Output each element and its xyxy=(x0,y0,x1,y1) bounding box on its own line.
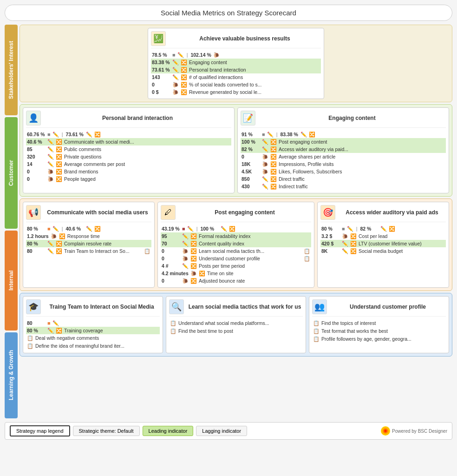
strategy-legend-tab[interactable]: Strategy map legend xyxy=(10,425,70,436)
stakeholder-layer: 💹 Achieve valuable business results 78.5… xyxy=(20,25,452,102)
card-header: 💹 Achieve valuable business results xyxy=(151,31,321,48)
bottom-bar: Strategy map legend Strategic theme: Def… xyxy=(5,422,452,440)
stakeholder-label: Stakeholders' Interest xyxy=(5,25,18,115)
logo-area: Powered by BSC Designer xyxy=(381,426,447,436)
metric-row: 14 ✏️ 🔀 Average comments per post xyxy=(26,160,231,168)
metric-row: 60.76 % ■ ✏️ | 73.61 % ✏️ 🔀 xyxy=(26,131,231,138)
metric-row: 143 ✏️ 🔀 # of qualified interactions xyxy=(151,73,321,81)
metric-row: 80 ✏️ 🔀 Train Team to Interact on So... … xyxy=(26,247,151,255)
learning-center-card: 🔍 Learn social media tactics that work f… xyxy=(166,296,306,353)
learning-label: Learning & Growth xyxy=(5,332,18,418)
metric-row: 1.2 hours 🐌 🔀 Response time xyxy=(26,232,151,240)
metric-row: 320 ✏️ 🔀 Private questions xyxy=(26,153,231,160)
metric-row: 80 % ✏️ 🔀 Training coverage xyxy=(26,327,160,334)
metric-row: 8K ✏️ 🔀 Social media budget xyxy=(320,247,446,255)
customer-label: Customer xyxy=(5,117,18,229)
learning-right-card: 👥 Understand customer profile 📋 Find the… xyxy=(309,296,449,353)
metric-row: 420 $ ✏️ 🔀 LTV (customer lifetime value) xyxy=(320,240,446,247)
list-item: 📋 Test format that works the best xyxy=(312,327,446,335)
learning-cards: 🎓 Traing Team to Interact on Social Medi… xyxy=(23,296,449,353)
list-item: 📋 Understand what social media platforms… xyxy=(169,319,303,327)
perspective-labels: Stakeholders' Interest Customer Internal… xyxy=(5,25,18,418)
card-header: 📝 Engaging content xyxy=(241,111,446,128)
card-icon: 🔍 xyxy=(169,299,184,314)
metric-row: 95 ✏️ 🔀 Formal readability index xyxy=(161,232,311,240)
list-item: 📋 Deal with negative comments xyxy=(26,334,160,342)
metric-row: 4.2 minutes 🐌 🔀 Time on site xyxy=(161,270,311,277)
card-icon: 🎯 xyxy=(320,205,335,220)
customer-right-card: 📝 Engaging content 91 % ■ ✏️ | 83.38 % ✏… xyxy=(237,107,449,193)
metric-row: 850 ✏️ 🔀 Direct traffic xyxy=(241,175,446,183)
metric-row: 100 % ✏️ 🔀 Post engaging content xyxy=(241,138,446,145)
metric-row: 0 🐌 🔀 Understand customer profile 📋 xyxy=(161,255,311,262)
card-title: Learn social media tactics that work for… xyxy=(187,304,303,310)
card-header: 🎓 Traing Team to Interact on Social Medi… xyxy=(26,299,160,317)
metric-row: 4.5K 🐌 🔀 Likes, Followers, Subscribers xyxy=(241,168,446,175)
metric-row: 430 ✏️ 🔀 Indirect traffic xyxy=(241,183,446,190)
learning-left-card: 🎓 Traing Team to Interact on Social Medi… xyxy=(23,296,163,353)
card-title: Personal brand interaction xyxy=(44,115,231,121)
metric-row: 80 ■ ✏️ xyxy=(26,319,160,327)
metric-row: 80 % ■ ✏️ | 40.6 % ✏️ 🔀 xyxy=(26,225,151,232)
internal-layer: 📢 Communicate with social media users 80… xyxy=(20,198,452,291)
metric-row: 43.19 % ■ ✏️ | 100 % ✏️ 🔀 xyxy=(161,225,311,232)
internal-center-card: 🖊 Post engaging content 43.19 % ■ ✏️ | 1… xyxy=(157,202,314,288)
scorecard-body: Stakeholders' Interest Customer Internal… xyxy=(5,25,452,418)
card-icon: 🖊 xyxy=(161,205,176,220)
card-icon: 🎓 xyxy=(26,299,41,314)
strategic-theme-tab[interactable]: Strategic theme: Default xyxy=(73,426,140,436)
metric-row: 80 % ✏️ 🔀 Complain resolve rate xyxy=(26,240,151,247)
metric-row: 0 $ 🐌 🔀 Revenue generated by social le..… xyxy=(151,88,321,96)
card-header: 📢 Communicate with social media users xyxy=(26,205,151,222)
metric-row: 78.5 % ■ ✏️ | 102.14 % 🐌 xyxy=(151,51,321,59)
metric-row: 85 ✏️ 🔀 Public comments xyxy=(26,145,231,153)
card-header: 👤 Personal brand interaction xyxy=(26,111,231,128)
card-title: Achieve valuable business results xyxy=(169,35,321,42)
metric-row: 82 % ✏️ 🔀 Access wider auditory via paid… xyxy=(241,145,446,153)
internal-right-card: 🎯 Access wider auditory via paid ads 80 … xyxy=(317,202,449,288)
customer-layer: 👤 Personal brand interaction 60.76 % ■ ✏… xyxy=(20,104,452,197)
metric-row: 73.61 % ✏️ 🔀 Personal brand interaction xyxy=(151,66,321,73)
metric-row: 0 🐌 🔀 Brand mentions xyxy=(26,168,231,175)
stakeholder-main-card: 💹 Achieve valuable business results 78.5… xyxy=(148,28,324,99)
lagging-indicator-tab[interactable]: Lagging indicator xyxy=(196,426,247,436)
learning-layer: 🎓 Traing Team to Interact on Social Medi… xyxy=(20,293,452,357)
metric-row: 80 % ■ ✏️ | 82 % ✏️ 🔀 xyxy=(320,225,446,232)
card-icon: 📢 xyxy=(26,205,41,220)
card-title: Access wider auditory via paid ads xyxy=(338,209,446,216)
internal-left-card: 📢 Communicate with social media users 80… xyxy=(23,202,155,288)
card-title: Engaging content xyxy=(258,115,446,121)
list-item: 📋 Find the topics of interest xyxy=(312,319,446,327)
list-item: 📋 Find the best time to post xyxy=(169,327,303,335)
card-icon: 👥 xyxy=(312,299,327,314)
internal-cards: 📢 Communicate with social media users 80… xyxy=(23,202,449,288)
card-icon: 📝 xyxy=(241,111,255,126)
card-header: 🖊 Post engaging content xyxy=(161,205,311,222)
card-icon: 💹 xyxy=(151,31,166,46)
metric-row: 0 🐌 🔀 People tagged xyxy=(26,175,231,183)
logo-icon xyxy=(381,426,390,436)
customer-cards: 👤 Personal brand interaction 60.76 % ■ ✏… xyxy=(23,107,449,193)
card-header: 👥 Understand customer profile xyxy=(312,299,446,317)
card-header: 🔍 Learn social media tactics that work f… xyxy=(169,299,303,317)
leading-indicator-tab[interactable]: Leading indicator xyxy=(143,426,194,436)
card-title: Traing Team to Interact on Social Media xyxy=(44,304,160,310)
card-title: Post engaging content xyxy=(178,209,311,216)
page-title: Social Media Metrics on Strategy Scoreca… xyxy=(5,5,452,21)
metric-row: 70 ✏️ 🔀 Content quality index xyxy=(161,240,311,247)
customer-left-card: 👤 Personal brand interaction 60.76 % ■ ✏… xyxy=(23,107,235,193)
content-area: 💹 Achieve valuable business results 78.5… xyxy=(20,25,452,418)
internal-label: Internal xyxy=(5,231,18,331)
metric-row: 0 🐌 🔀 Average shares per article xyxy=(241,153,446,160)
metric-row: 4 # ✏️ 🔀 Posts per time period xyxy=(161,262,311,270)
card-title: Communicate with social media users xyxy=(44,209,151,216)
main-container: Social Media Metrics on Strategy Scoreca… xyxy=(0,0,457,476)
list-item: 📋 Profile followers by age, gender, geog… xyxy=(312,335,446,343)
metric-row: 0 🐌 🔀 % of social leads converted to s..… xyxy=(151,81,321,88)
card-title: Understand customer profile xyxy=(330,304,446,310)
metric-row: 0 🐌 🔀 Learn social media tactics th... 📋 xyxy=(161,247,311,255)
metric-row: 3.2 $ 🐌 🔀 Cost per lead xyxy=(320,232,446,240)
metric-row: 91 % ■ ✏️ | 83.38 % ✏️ 🔀 xyxy=(241,131,446,138)
metric-row: 40.6 % ✏️ 🔀 Communicate with social medi… xyxy=(26,138,231,145)
metric-row: 18K 🐌 🔀 Impressions, Profile visits xyxy=(241,160,446,168)
